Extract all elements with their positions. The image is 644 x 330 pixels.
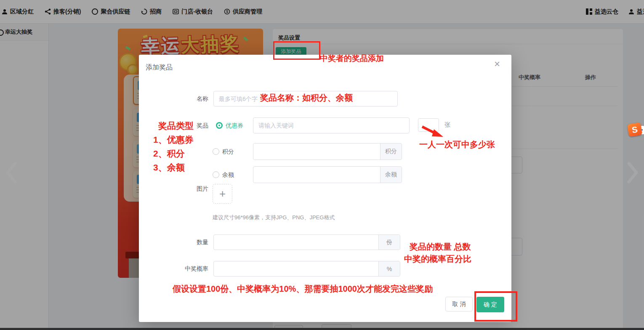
probability-label: 中奖概率 xyxy=(141,265,208,273)
balance-suffix: 余额 xyxy=(380,167,402,183)
points-input[interactable] xyxy=(253,144,381,160)
radio-balance[interactable] xyxy=(213,171,219,178)
radio-coupon[interactable] xyxy=(216,122,223,129)
coupon-keyword-input[interactable] xyxy=(253,117,410,133)
name-label: 名称 xyxy=(141,95,208,103)
plus-icon: + xyxy=(219,187,226,200)
annotation-type-line2: 2、积分 xyxy=(153,148,185,160)
image-label: 图片 xyxy=(141,185,208,193)
balance-input[interactable] xyxy=(253,167,381,183)
annotation-bottom-note: 假设设置100份、中奖概率为10%、那需要抽1000次才能发完这些奖励 xyxy=(173,283,433,295)
balance-input-group: 余额 xyxy=(253,166,402,183)
annotation-add-note: 中奖者的奖品添加 xyxy=(320,53,384,64)
annotation-probability-note: 中奖的概率百分比 xyxy=(404,253,471,265)
annotation-quantity-note: 奖品的数量 总数 xyxy=(410,241,471,253)
radio-coupon-label[interactable]: 优惠券 xyxy=(226,122,243,130)
s-logo-icon: S xyxy=(631,125,639,135)
annotation-type-line1: 1、优惠券 xyxy=(153,134,194,146)
quantity-label: 数量 xyxy=(141,239,208,246)
radio-points-label[interactable]: 积分 xyxy=(222,148,234,156)
close-icon[interactable]: × xyxy=(494,59,500,69)
annotation-name-note: 奖品名称：如积分、余额 xyxy=(260,92,353,104)
probability-suffix: % xyxy=(378,261,400,276)
quantity-suffix: 份 xyxy=(378,235,400,250)
quantity-input-group: 份 xyxy=(213,234,400,250)
annotation-type-title: 奖品类型 xyxy=(158,120,194,132)
screenshot-tool-widget[interactable]: S xyxy=(627,122,642,137)
probability-input[interactable] xyxy=(214,261,380,276)
annotation-rect-add-button xyxy=(273,41,320,60)
image-upload-button[interactable]: + xyxy=(213,184,232,204)
annotation-type-line3: 3、余额 xyxy=(153,162,185,173)
radio-balance-label[interactable]: 余额 xyxy=(222,171,234,179)
points-input-group: 积分 xyxy=(253,143,402,160)
dialog-title: 添加奖品 xyxy=(146,63,173,72)
app-screen: 区域分红 推客(分销) 聚合供应链 招商 门店-收银台 供应商管理 xyxy=(0,0,644,330)
annotation-rect-confirm xyxy=(474,291,517,322)
points-suffix: 积分 xyxy=(380,144,402,160)
cancel-button[interactable]: 取 消 xyxy=(445,297,473,311)
quantity-input[interactable] xyxy=(214,235,380,250)
radio-points[interactable] xyxy=(213,148,219,155)
image-hint: 建议尺寸96*96像素，支持JPG、PNG、JPEG格式 xyxy=(213,214,335,221)
annotation-count-note: 一人一次可中多少张 xyxy=(419,139,495,150)
probability-input-group: % xyxy=(213,261,400,277)
